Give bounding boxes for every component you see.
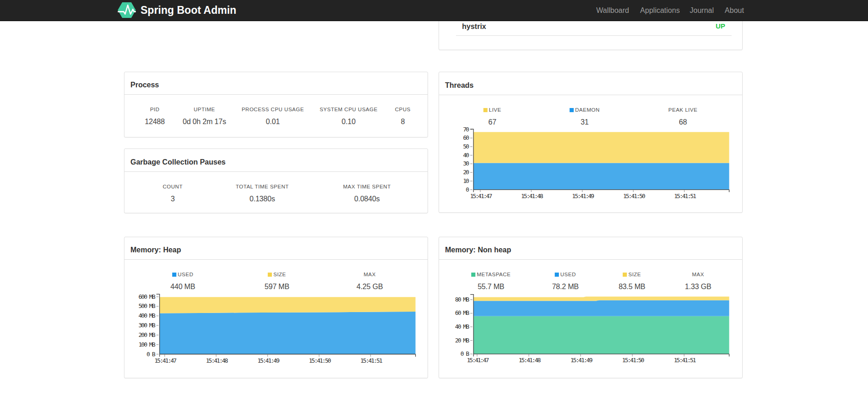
memory-nonheap-card: Memory: Non heap METASPACE 55.7 MB USED … <box>439 237 743 378</box>
svg-text:0 B: 0 B <box>147 351 156 358</box>
svg-text:15:41:48: 15:41:48 <box>519 357 541 364</box>
metric-column: COUNT 3 <box>163 183 182 204</box>
svg-text:200 MB: 200 MB <box>139 331 156 338</box>
svg-text:15:41:48: 15:41:48 <box>206 357 228 364</box>
svg-text:15:41:50: 15:41:50 <box>309 357 331 364</box>
brand-logo-icon <box>118 2 136 18</box>
metric-column: UPTIME 0d 0h 2m 17s <box>183 106 226 126</box>
metric-column: SYSTEM CPU USAGE 0.10 <box>320 106 378 126</box>
svg-text:40: 40 <box>463 152 469 159</box>
svg-text:300 MB: 300 MB <box>139 322 156 329</box>
metric-column: CPUS 8 <box>395 106 411 126</box>
metric-label: MAX TIME SPENT <box>343 184 391 189</box>
metric-value: 3 <box>163 194 182 204</box>
metric-label: PROCESS CPU USAGE <box>242 107 304 112</box>
svg-text:15:41:47: 15:41:47 <box>470 193 492 199</box>
health-row-divider <box>456 35 732 36</box>
svg-text:15:41:48: 15:41:48 <box>521 193 543 199</box>
svg-text:15:41:47: 15:41:47 <box>154 357 176 364</box>
svg-text:15:41:47: 15:41:47 <box>467 357 489 364</box>
health-status-badge: UP <box>716 22 725 30</box>
svg-text:10: 10 <box>463 177 469 184</box>
nav-link[interactable]: Wallboard <box>596 0 629 21</box>
page: hystrix UP Process PID 12488 UPTIME 0d 0… <box>0 0 868 410</box>
metric-column: TOTAL TIME SPENT 0.1380s <box>236 183 289 204</box>
memory-heap-card: Memory: Heap USED 440 MB SIZE 597 MB MAX… <box>124 237 428 378</box>
svg-text:15:41:51: 15:41:51 <box>360 357 382 364</box>
svg-text:40 MB: 40 MB <box>455 323 469 330</box>
metric-value: 0.0840s <box>343 194 391 204</box>
svg-text:600 MB: 600 MB <box>139 293 156 300</box>
metric-label: PID <box>150 107 160 112</box>
svg-text:15:41:50: 15:41:50 <box>623 193 645 199</box>
brand-title: Spring Boot Admin <box>141 4 237 17</box>
metric-label: CPUS <box>395 107 411 112</box>
gc-card-title: Garbage Collection Pauses <box>130 157 225 167</box>
svg-text:15:41:51: 15:41:51 <box>674 193 696 199</box>
svg-text:60 MB: 60 MB <box>455 309 469 316</box>
svg-text:400 MB: 400 MB <box>139 312 156 319</box>
gc-card-header: Garbage Collection Pauses <box>124 149 428 172</box>
metric-label: TOTAL TIME SPENT <box>236 184 289 189</box>
nav-link[interactable]: About <box>725 0 744 21</box>
metric-column: PROCESS CPU USAGE 0.01 <box>242 106 304 126</box>
metric-column: PID 12488 <box>145 106 165 126</box>
gc-card: Garbage Collection Pauses COUNT 3 TOTAL … <box>124 148 428 213</box>
metric-value: 0d 0h 2m 17s <box>183 117 226 126</box>
svg-text:0: 0 <box>466 186 469 193</box>
metric-label: SYSTEM CPU USAGE <box>320 107 378 112</box>
memory-heap-chart: 0 B100 MB200 MB300 MB400 MB500 MB600 MB1… <box>124 237 428 379</box>
metric-value: 12488 <box>145 117 165 126</box>
nav-link[interactable]: Applications <box>640 0 680 21</box>
metric-label: UPTIME <box>194 107 215 112</box>
svg-text:50: 50 <box>463 143 469 150</box>
process-card-header: Process <box>124 72 428 95</box>
metric-value: 0.1380s <box>236 194 289 204</box>
svg-text:500 MB: 500 MB <box>139 302 156 309</box>
threads-chart: 01020304050607015:41:4715:41:4815:41:491… <box>439 72 743 213</box>
memory-nonheap-chart: 0 B20 MB40 MB60 MB80 MB15:41:4715:41:481… <box>439 237 743 379</box>
svg-text:15:41:50: 15:41:50 <box>622 357 644 364</box>
svg-text:15:41:49: 15:41:49 <box>572 193 594 199</box>
metric-column: MAX TIME SPENT 0.0840s <box>343 183 391 204</box>
process-card-title: Process <box>130 80 159 90</box>
metric-label: COUNT <box>163 184 182 189</box>
nav-link[interactable]: Journal <box>690 0 714 21</box>
svg-text:70: 70 <box>463 126 469 133</box>
svg-text:0 B: 0 B <box>461 350 470 357</box>
svg-text:15:41:51: 15:41:51 <box>674 357 696 364</box>
svg-text:100 MB: 100 MB <box>139 341 156 348</box>
navbar: Spring Boot Admin WallboardApplicationsJ… <box>0 0 868 21</box>
svg-text:30: 30 <box>463 160 469 167</box>
process-card: Process PID 12488 UPTIME 0d 0h 2m 17s PR… <box>124 72 428 137</box>
svg-text:60: 60 <box>463 134 469 141</box>
svg-text:15:41:49: 15:41:49 <box>570 357 592 364</box>
threads-card: Threads LIVE 67 DAEMON 31 PEAK LIVE 68 0… <box>439 72 743 213</box>
metric-value: 0.10 <box>320 117 378 126</box>
svg-text:15:41:49: 15:41:49 <box>257 357 279 364</box>
svg-text:20: 20 <box>463 169 469 176</box>
metric-value: 8 <box>395 117 411 126</box>
metric-value: 0.01 <box>242 117 304 126</box>
health-item-name: hystrix <box>462 22 486 31</box>
svg-text:20 MB: 20 MB <box>455 337 469 344</box>
svg-text:80 MB: 80 MB <box>455 296 469 303</box>
brand[interactable]: Spring Boot Admin <box>118 2 237 18</box>
